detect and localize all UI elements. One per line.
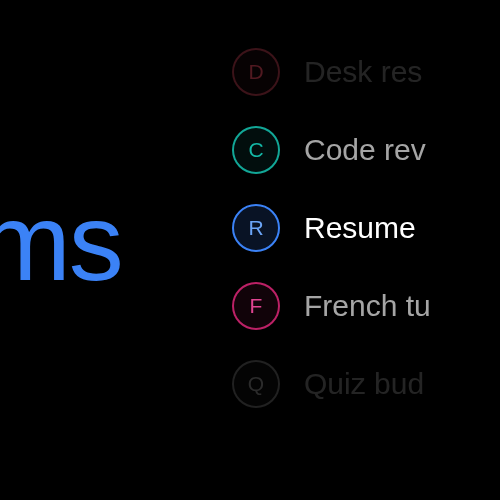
item-label: French tu xyxy=(304,289,431,323)
avatar: C xyxy=(232,126,280,174)
list-item[interactable]: R Resume xyxy=(232,204,431,252)
items-list: D Desk res C Code rev R Resume F French … xyxy=(232,48,431,408)
list-item[interactable]: C Code rev xyxy=(232,126,431,174)
list-item[interactable]: Q Quiz bud xyxy=(232,360,431,408)
page-title: ems xyxy=(0,178,122,305)
item-label: Desk res xyxy=(304,55,422,89)
avatar: D xyxy=(232,48,280,96)
avatar: R xyxy=(232,204,280,252)
item-label: Resume xyxy=(304,211,416,245)
item-label: Quiz bud xyxy=(304,367,424,401)
avatar: F xyxy=(232,282,280,330)
list-item[interactable]: D Desk res xyxy=(232,48,431,96)
item-label: Code rev xyxy=(304,133,426,167)
list-item[interactable]: F French tu xyxy=(232,282,431,330)
avatar: Q xyxy=(232,360,280,408)
